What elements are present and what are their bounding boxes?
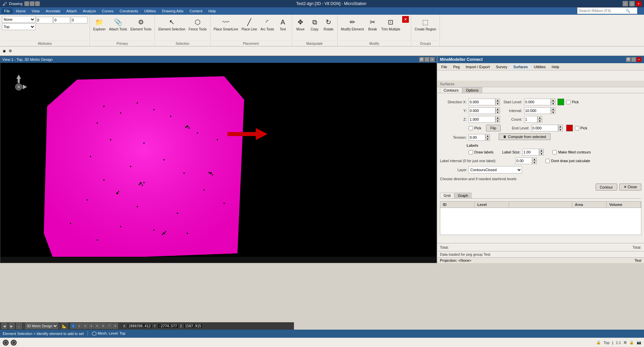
quick-access-1[interactable] (24, 1, 29, 6)
direction-z-down[interactable]: ▼ (495, 119, 500, 123)
ribbon-btn-element-selection[interactable]: ↖ Element Selection (157, 16, 187, 32)
ribbon-btn-explorer[interactable]: 📁 Explorer (92, 16, 107, 32)
panel-restore[interactable]: 🗗 (626, 57, 631, 62)
panel-menu-help[interactable]: Help (549, 64, 562, 70)
maximize-button[interactable]: □ (629, 1, 635, 6)
draw-labels-checkbox-label[interactable]: Draw labels (469, 150, 493, 154)
end-color-picker[interactable] (566, 125, 573, 131)
menu-utilities[interactable]: Utilities (142, 8, 159, 14)
dont-draw-checkbox[interactable] (545, 159, 550, 163)
tab-num-7[interactable]: 7 (107, 323, 112, 329)
menu-constraints[interactable]: Constraints (117, 8, 141, 14)
dont-draw-label[interactable]: Dont draw just calculate (545, 159, 590, 163)
label-interval-up[interactable]: ▲ (532, 157, 537, 161)
nav-home-btn[interactable]: ⌂ (16, 323, 22, 329)
direction-x-down[interactable]: ▼ (495, 102, 500, 105)
pick-label[interactable]: Pick (469, 126, 481, 130)
tab-num-6[interactable]: 6 (101, 323, 106, 329)
tension-down[interactable]: ▼ (485, 137, 490, 141)
graph-tab[interactable]: Graph (454, 193, 472, 198)
design-model-select[interactable]: 3D Metric Design (25, 323, 58, 329)
ribbon-btn-break[interactable]: ✂ Break (366, 16, 379, 32)
panel-menu-peg[interactable]: Peg (451, 64, 463, 70)
panel-maximize[interactable]: □ (631, 57, 636, 62)
direction-y-input[interactable] (469, 107, 495, 114)
ribbon-btn-attach[interactable]: 📎 Attach Tools (108, 16, 128, 32)
menu-drawing-aids[interactable]: Drawing Aids (159, 8, 186, 14)
grid-tab[interactable]: Grid (440, 193, 454, 198)
label-size-input[interactable] (522, 149, 539, 155)
model-icon-btn[interactable]: 📐 (61, 323, 68, 329)
label-size-up[interactable]: ▲ (539, 149, 544, 152)
ribbon-btn-move[interactable]: ✥ Move (294, 16, 307, 32)
start-color-picker[interactable] (557, 99, 564, 105)
ribbon-btn-trim[interactable]: ⊡ Trim Multiple (380, 16, 402, 32)
flip-button[interactable]: Flip (486, 125, 501, 131)
start-level-up[interactable]: ▲ (551, 99, 555, 102)
attr-field-1[interactable] (36, 17, 53, 23)
start-level-down[interactable]: ▼ (551, 102, 555, 105)
label-size-down[interactable]: ▼ (539, 152, 544, 155)
ribbon-btn-rotate[interactable]: ↻ Rotate (322, 16, 335, 32)
sub-tab-contours[interactable]: Contours (440, 87, 462, 93)
start-level-input[interactable] (524, 99, 551, 105)
search-ribbon-input[interactable] (578, 9, 624, 13)
viewport-restore[interactable]: 🗗 (419, 57, 424, 62)
menu-curves[interactable]: Curves (99, 8, 116, 14)
viewport-close[interactable]: × (430, 57, 435, 62)
menu-content[interactable]: Content (187, 8, 205, 14)
minimize-button[interactable]: − (623, 1, 628, 6)
ribbon-btn-place-line[interactable]: ╱ Place Line (240, 16, 259, 32)
tension-input[interactable] (469, 134, 485, 141)
quick-access-3[interactable] (35, 1, 40, 6)
tab-num-1[interactable]: 1 (70, 323, 76, 329)
panel-close[interactable]: × (637, 57, 641, 62)
close-button[interactable]: × (636, 1, 641, 6)
attr-field-2[interactable] (53, 17, 70, 23)
panel-menu-import-export[interactable]: Import / Export (463, 64, 492, 70)
make-filled-label[interactable]: Make filled contours (552, 150, 591, 154)
make-filled-checkbox[interactable] (552, 150, 557, 154)
sub-tab-options[interactable]: Options (462, 87, 482, 93)
viewport-maximize[interactable]: □ (425, 57, 429, 62)
direction-y-down[interactable]: ▼ (495, 111, 500, 114)
tab-num-2[interactable]: 2 (76, 323, 82, 329)
count-down[interactable]: ▼ (537, 119, 542, 123)
end-level-up[interactable]: ▲ (558, 125, 563, 128)
menu-attach[interactable]: Attach (64, 8, 79, 14)
ribbon-btn-arc[interactable]: ◜ Arc Tools (259, 16, 276, 32)
ribbon-btn-text[interactable]: A Text (276, 16, 290, 32)
pick-end-label[interactable]: Pick (575, 126, 588, 130)
pick-start-label[interactable]: Pick (566, 100, 579, 104)
count-up[interactable]: ▲ (537, 116, 542, 119)
nav-back-btn[interactable]: ◀ (1, 323, 7, 329)
pick-start-checkbox[interactable] (566, 100, 571, 104)
contour-button[interactable]: Contour (596, 184, 617, 191)
bottom-tool-2[interactable] (11, 340, 17, 346)
ribbon-btn-modify[interactable]: ✏ Modify Element (340, 16, 365, 32)
label-interval-down[interactable]: ▼ (532, 161, 537, 164)
end-level-input[interactable] (531, 125, 558, 131)
ribbon-btn-smartline[interactable]: 〰 Place SmartLine (212, 16, 239, 32)
panel-menu-utilities[interactable]: Utilities (531, 64, 548, 70)
nav-forward-btn[interactable]: ▶ (9, 323, 15, 329)
panel-menu-file[interactable]: File (439, 64, 450, 70)
tension-up[interactable]: ▲ (485, 134, 490, 137)
close-button-panel[interactable]: ✕ Close (619, 184, 641, 191)
tab-num-5[interactable]: 5 (95, 323, 100, 329)
pick-checkbox[interactable] (469, 126, 473, 130)
ribbon-btn-fence[interactable]: ⬡ Fence Tools (187, 16, 208, 32)
delete-btn[interactable]: ✕ (402, 16, 409, 23)
panel-menu-survey[interactable]: Survey (493, 64, 510, 70)
quick-access-2[interactable] (30, 1, 34, 6)
ribbon-btn-copy[interactable]: ⧉ Copy (308, 16, 321, 32)
direction-y-up[interactable]: ▲ (495, 107, 500, 111)
interval-up[interactable]: ▲ (551, 107, 555, 111)
active-view-select[interactable]: Top (2, 23, 35, 30)
compute-button[interactable]: 🖩 Compute from selected (499, 133, 550, 140)
menu-help[interactable]: Help (206, 8, 219, 14)
bottom-tool-1[interactable] (3, 340, 9, 346)
menu-view[interactable]: View (29, 8, 42, 14)
active-level-select[interactable]: None (2, 16, 35, 23)
menu-file[interactable]: File (1, 8, 13, 14)
